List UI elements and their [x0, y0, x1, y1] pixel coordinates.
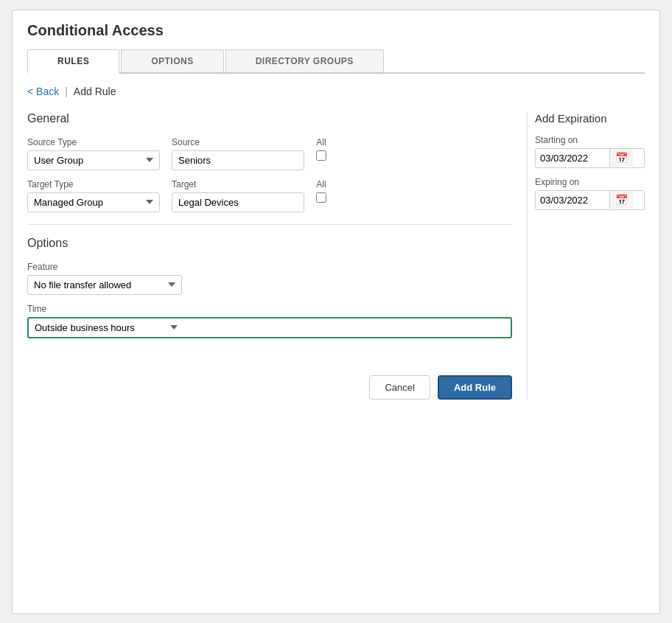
source-group: Source: [172, 137, 304, 170]
tab-options[interactable]: OPTIONS: [121, 49, 224, 72]
breadcrumb: < Back | Add Rule: [27, 86, 645, 97]
expiring-on-label: Expiring on: [535, 177, 645, 187]
target-all-group: All: [316, 179, 326, 206]
back-link[interactable]: < Back: [27, 86, 59, 97]
time-select[interactable]: Outside business hours Business hours on…: [29, 319, 183, 337]
expiration-sidebar: Add Expiration Starting on 📅 Expiring on…: [527, 112, 645, 400]
target-all-checkbox[interactable]: [316, 192, 326, 203]
footer: Cancel Add Rule: [27, 368, 512, 400]
source-all-group: All: [316, 137, 326, 164]
content-area: General Source Type User Group Managed G…: [27, 112, 645, 400]
general-section-title: General: [27, 112, 512, 125]
time-label: Time: [27, 304, 512, 314]
breadcrumb-separator: |: [65, 86, 68, 97]
add-rule-button[interactable]: Add Rule: [438, 375, 512, 400]
source-type-row: Source Type User Group Managed Group All…: [27, 137, 512, 170]
starting-on-calendar-btn[interactable]: 📅: [609, 149, 633, 167]
cancel-button[interactable]: Cancel: [369, 375, 430, 400]
tab-bar: RULES OPTIONS DIRECTORY GROUPS: [27, 49, 645, 74]
options-section: Options Feature No file transfer allowed…: [27, 237, 512, 338]
section-divider: [27, 224, 512, 225]
source-type-label: Source Type: [27, 137, 160, 147]
main-window: Conditional Access RULES OPTIONS DIRECTO…: [12, 10, 660, 614]
source-type-group: Source Type User Group Managed Group All…: [27, 137, 160, 170]
target-type-select[interactable]: Managed Group User Group All Devices: [27, 192, 160, 212]
feature-group: Feature No file transfer allowed Allow f…: [27, 262, 512, 295]
expiring-on-input-wrapper: 📅: [535, 190, 645, 210]
options-section-title: Options: [27, 237, 512, 250]
target-group: Target: [172, 179, 304, 212]
starting-on-label: Starting on: [535, 135, 645, 145]
target-all-label: All: [316, 179, 326, 203]
starting-on-input-wrapper: 📅: [535, 148, 645, 168]
source-label: Source: [172, 137, 304, 147]
tab-rules[interactable]: RULES: [27, 49, 119, 74]
starting-on-field: Starting on 📅: [535, 135, 645, 168]
source-type-select[interactable]: User Group Managed Group All Users: [27, 150, 160, 170]
starting-on-input[interactable]: [536, 149, 609, 167]
expiration-title: Add Expiration: [535, 112, 645, 125]
target-input[interactable]: [172, 192, 304, 212]
feature-select[interactable]: No file transfer allowed Allow file tran…: [27, 275, 182, 295]
tab-directory-groups[interactable]: DIRECTORY GROUPS: [225, 49, 384, 72]
main-content: General Source Type User Group Managed G…: [27, 112, 512, 400]
breadcrumb-current: Add Rule: [74, 86, 116, 97]
target-type-label: Target Type: [27, 179, 160, 189]
source-all-label: All: [316, 137, 326, 161]
page-title: Conditional Access: [27, 22, 645, 39]
time-group: Time Outside business hours Business hou…: [27, 304, 512, 338]
source-input[interactable]: [172, 150, 304, 170]
source-all-checkbox[interactable]: [316, 150, 326, 161]
target-type-row: Target Type Managed Group User Group All…: [27, 179, 512, 212]
expiring-on-input[interactable]: [536, 191, 609, 209]
target-type-group: Target Type Managed Group User Group All…: [27, 179, 160, 212]
expiring-on-field: Expiring on 📅: [535, 177, 645, 210]
feature-label: Feature: [27, 262, 512, 272]
target-label: Target: [172, 179, 304, 189]
expiring-on-calendar-btn[interactable]: 📅: [609, 191, 633, 209]
time-select-wrapper: Outside business hours Business hours on…: [27, 317, 512, 338]
